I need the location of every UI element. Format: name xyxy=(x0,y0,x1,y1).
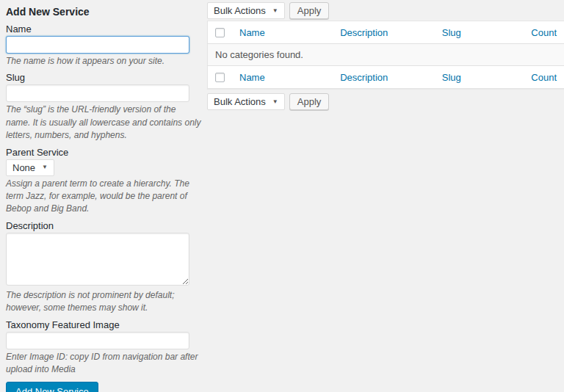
slug-input[interactable] xyxy=(6,84,189,102)
add-term-form: Add New Service Name The name is how it … xyxy=(0,0,207,392)
taxonomy-admin-page: Add New Service Name The name is how it … xyxy=(0,0,564,392)
tablenav-bottom: Bulk Actions ▼ Apply xyxy=(207,93,564,110)
column-footer-slug[interactable]: Slug xyxy=(442,72,461,83)
bulk-actions-value: Bulk Actions xyxy=(214,5,266,16)
slug-field: Slug The “slug” is the URL-friendly vers… xyxy=(6,71,203,142)
select-all-checkbox-top[interactable] xyxy=(215,28,225,37)
slug-label: Slug xyxy=(6,71,203,84)
column-header-name[interactable]: Name xyxy=(239,27,265,38)
terms-table: Name Description Slug Count No categorie… xyxy=(207,21,564,89)
name-help-text: The name is how it appears on your site. xyxy=(6,55,203,68)
parent-help-text: Assign a parent term to create a hierarc… xyxy=(6,178,203,216)
parent-field: Parent Service None ▼ Assign a parent te… xyxy=(6,146,203,216)
form-title: Add New Service xyxy=(6,6,203,18)
parent-select-value: None xyxy=(12,162,35,173)
featured-image-label: Taxonomy Featured Image xyxy=(6,319,203,331)
column-header-count[interactable]: Count xyxy=(531,27,557,38)
column-header-description[interactable]: Description xyxy=(340,27,388,38)
column-footer-count[interactable]: Count xyxy=(531,72,557,83)
terms-list: Bulk Actions ▼ Apply Name Description Sl… xyxy=(207,0,564,392)
table-footer-row: Name Description Slug Count xyxy=(208,66,564,89)
featured-image-help-text: Enter Image ID: copy ID from navigation … xyxy=(6,351,203,377)
tablenav-top: Bulk Actions ▼ Apply xyxy=(207,2,564,19)
bulk-actions-select-bottom[interactable]: Bulk Actions ▼ xyxy=(207,93,285,110)
select-all-checkbox-bottom[interactable] xyxy=(215,73,225,82)
add-new-service-button[interactable]: Add New Service xyxy=(6,382,98,392)
parent-select[interactable]: None ▼ xyxy=(6,159,54,176)
description-textarea[interactable] xyxy=(6,233,189,286)
description-help-text: The description is not prominent by defa… xyxy=(6,289,203,315)
description-field: Description The description is not promi… xyxy=(6,219,203,315)
chevron-down-icon: ▼ xyxy=(42,164,48,170)
chevron-down-icon: ▼ xyxy=(272,8,278,14)
apply-button-top[interactable]: Apply xyxy=(289,2,330,19)
name-input[interactable] xyxy=(6,36,189,54)
column-footer-name[interactable]: Name xyxy=(239,72,265,83)
name-field: Name The name is how it appears on your … xyxy=(6,23,203,68)
column-footer-description[interactable]: Description xyxy=(340,72,388,83)
apply-button-bottom[interactable]: Apply xyxy=(289,93,330,110)
empty-message: No categories found. xyxy=(208,44,564,66)
parent-label: Parent Service xyxy=(6,146,203,159)
bulk-actions-value: Bulk Actions xyxy=(214,96,266,107)
name-label: Name xyxy=(6,23,203,35)
slug-help-text: The “slug” is the URL-friendly version o… xyxy=(6,104,203,142)
column-header-slug[interactable]: Slug xyxy=(442,27,461,38)
table-header-row: Name Description Slug Count xyxy=(208,21,564,44)
featured-image-field: Taxonomy Featured Image Enter Image ID: … xyxy=(6,319,203,377)
description-label: Description xyxy=(6,219,203,232)
featured-image-input[interactable] xyxy=(6,332,189,349)
empty-row: No categories found. xyxy=(208,44,564,66)
bulk-actions-select-top[interactable]: Bulk Actions ▼ xyxy=(207,2,285,19)
chevron-down-icon: ▼ xyxy=(272,99,278,105)
